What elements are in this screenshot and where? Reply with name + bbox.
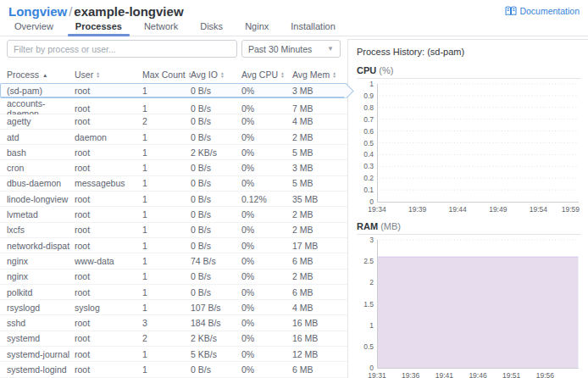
cell-avg-cpu: 0% [241,287,292,297]
table-row[interactable]: polkitdroot10 B/s0%6 MB [0,285,347,300]
table-row[interactable]: accounts-daemonroot10 B/s0%7 MB [0,98,347,114]
cell-max-count: 1 [142,364,191,375]
cell-avg-cpu: 0% [241,209,292,220]
column-header-max-count[interactable]: Max Count▴▾ [142,69,191,80]
cell-avg-io: 0 B/s [191,194,241,204]
tab-nginx[interactable]: Nginx [234,19,280,36]
x-tick-label: 19:36 [402,371,420,378]
table-body: (sd-pam)root10 B/s0%3 MBaccounts-daemonr… [0,83,347,378]
cell-avg-io: 0 B/s [191,209,241,220]
cell-avg-mem: 16 MB [292,333,341,343]
cell-avg-mem: 3 MB [292,163,341,173]
cell-max-count: 1 [142,241,191,251]
cell-avg-io: 74 B/s [191,256,241,266]
breadcrumb-longview-link[interactable]: Longview [8,4,67,19]
column-header-user[interactable]: User▴▾ [75,69,142,80]
table-row[interactable]: agettyroot20 B/s0%4 MB [0,114,347,130]
tab-installation[interactable]: Installation [280,19,347,36]
cell-user: root [75,349,142,359]
cell-max-count: 1 [142,132,191,142]
cell-avg-io: 0 B/s [191,132,241,142]
table-row[interactable]: nginxwww-data174 B/s0%6 MB [0,253,347,269]
cell-user: root [75,209,142,220]
cell-avg-mem: 4 MB [292,303,341,313]
table-row[interactable]: sshdroot3184 B/s0%16 MB [0,315,347,331]
table-row[interactable]: (sd-pam)root10 B/s0%3 MB [0,83,347,98]
process-filter-input[interactable] [7,40,237,58]
cell-user: daemon [75,132,142,142]
column-header-avg-io[interactable]: Avg IO▴▾ [191,69,241,80]
x-tick-label: 19:44 [449,205,468,214]
sort-asc-icon: ▲ [42,72,47,78]
ram-chart: 00.511.522.5319:3119:3619:4119:4619:5119… [357,236,581,378]
cell-user: root [75,103,142,114]
cell-avg-cpu: 0.12% [241,194,292,204]
time-range-select[interactable]: Past 30 Minutes ▼ [241,40,341,58]
table-row[interactable]: lxcfsroot10 B/s0%2 MB [0,223,347,238]
cell-avg-mem: 3 MB [292,86,341,96]
table-row[interactable]: rsyslogdsyslog1107 B/s0%4 MB [0,300,347,315]
tab-processes[interactable]: Processes [64,19,133,36]
cell-avg-mem: 6 MB [292,364,341,375]
cell-avg-cpu: 0% [241,116,292,126]
svg-text:0.9: 0.9 [363,92,374,100]
svg-text:2: 2 [369,278,374,286]
documentation-link[interactable]: Documentation [505,6,580,16]
column-header-avg-mem[interactable]: Avg Mem▴▾ [292,69,341,80]
sort-icon: ▴▾ [281,71,284,78]
x-tick-label: 19:46 [469,371,487,378]
table-row[interactable]: atddaemon10 B/s0%2 MB [0,130,347,145]
table-row[interactable]: dbus-daemonmessagebus10 B/s0%5 MB [0,176,347,192]
table-row[interactable]: systemdroot22 KB/s0%16 MB [0,331,347,347]
cell-user: root [75,147,142,158]
sort-icon: ▴▾ [97,71,99,78]
cell-process: linode-longview [7,194,75,204]
column-header-avg-cpu[interactable]: Avg CPU▴▾ [241,69,292,80]
tab-bar: OverviewProcessesNetworkDisksNginxInstal… [0,19,588,36]
cell-avg-cpu: 0% [241,271,292,281]
cell-avg-cpu: 0% [241,178,292,188]
cell-avg-cpu: 0% [241,103,292,114]
column-header-process[interactable]: Process▲ [7,69,75,80]
cell-user: root [75,364,142,375]
cell-max-count: 1 [142,209,191,220]
cell-max-count: 1 [142,103,191,114]
table-row[interactable]: bashroot12 KB/s0%5 MB [0,145,347,160]
table-row[interactable]: lvmetadroot10 B/s0%2 MB [0,207,347,222]
ram-chart-title: RAM (MB) [357,221,581,235]
x-tick-label: 19:59 [562,205,580,214]
table-row[interactable]: linode-longviewroot10 B/s0.12%35 MB [0,192,347,207]
table-row[interactable]: cronroot10 B/s0%3 MB [0,160,347,175]
tab-overview[interactable]: Overview [3,19,64,36]
tab-disks[interactable]: Disks [189,19,234,36]
table-row[interactable]: systemd-journalroot15 KB/s0%12 MB [0,347,347,362]
cell-max-count: 1 [142,178,191,188]
cell-avg-io: 107 B/s [191,303,241,313]
cell-avg-mem: 2 MB [292,271,341,281]
table-row[interactable]: nginxroot10 B/s0%2 MB [0,270,347,285]
cell-process: polkitd [7,287,75,297]
cell-max-count: 1 [142,303,191,313]
page-title: example-longview [74,4,183,19]
tab-network[interactable]: Network [133,19,189,36]
column-label: Avg Mem [292,69,330,80]
cell-max-count: 1 [142,225,191,235]
x-tick-label: 19:31 [368,371,386,378]
svg-text:0.3: 0.3 [363,162,374,170]
svg-text:0.4: 0.4 [363,150,374,158]
cell-process: (sd-pam) [7,86,75,96]
cell-process: bash [7,147,75,158]
cell-avg-mem: 12 MB [292,349,341,359]
table-row[interactable]: systemd-logindroot10 B/s0%6 MB [0,362,347,377]
cell-max-count: 1 [142,287,191,297]
cell-avg-io: 0 B/s [191,241,241,251]
cell-user: root [75,86,142,96]
table-row[interactable]: networkd-dispatroot10 B/s0%17 MB [0,238,347,253]
cell-avg-io: 5 KB/s [191,349,241,359]
process-table-panel: Past 30 Minutes ▼ Process▲User▴▾Max Coun… [0,36,347,378]
cell-avg-io: 0 B/s [191,287,241,297]
cell-max-count: 2 [142,333,191,343]
cell-user: root [75,333,142,343]
cell-user: root [75,241,142,251]
cell-process: networkd-dispat [7,241,75,251]
